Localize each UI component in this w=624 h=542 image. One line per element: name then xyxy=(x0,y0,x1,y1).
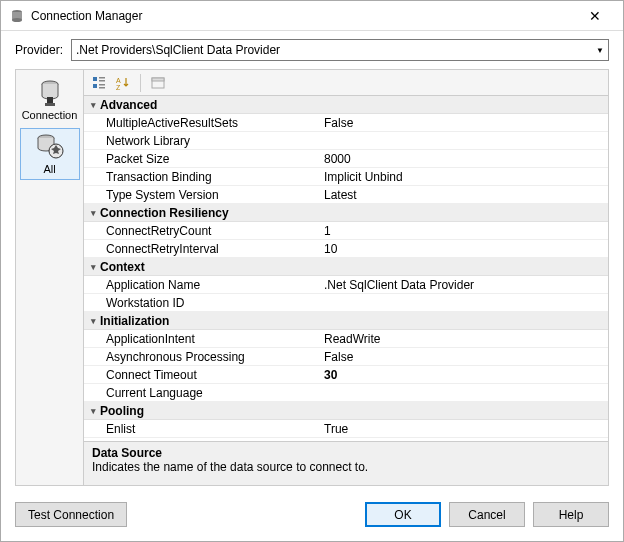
property-row[interactable]: Packet Size8000 xyxy=(84,150,608,168)
property-grid-area: A Z ▾AdvancedMultipleActiveResultSetsFal… xyxy=(84,70,608,485)
svg-rect-13 xyxy=(99,87,105,89)
footer: Test Connection OK Cancel Help xyxy=(1,494,623,541)
property-value[interactable]: False xyxy=(320,116,608,130)
property-value[interactable]: ReadWrite xyxy=(320,332,608,346)
category-name: Pooling xyxy=(100,404,144,418)
category-name: Initialization xyxy=(100,314,169,328)
property-row[interactable]: Transaction BindingImplicit Unbind xyxy=(84,168,608,186)
category-row[interactable]: ▾Advanced xyxy=(84,96,608,114)
close-button[interactable]: ✕ xyxy=(575,8,615,24)
expander-icon[interactable]: ▾ xyxy=(86,262,100,272)
property-value[interactable]: False xyxy=(320,350,608,364)
property-name: ConnectRetryInterval xyxy=(100,242,320,256)
property-value[interactable]: True xyxy=(320,422,608,436)
expander-icon[interactable]: ▾ xyxy=(86,208,100,218)
categorized-button[interactable] xyxy=(88,73,110,93)
property-name: Load Balance Timeout xyxy=(100,440,320,442)
property-name: Transaction Binding xyxy=(100,170,320,184)
help-panel: Data Source Indicates the name of the da… xyxy=(84,441,608,485)
expander-icon[interactable]: ▾ xyxy=(86,406,100,416)
category-name: Context xyxy=(100,260,145,274)
property-name: Enlist xyxy=(100,422,320,436)
property-name: Current Language xyxy=(100,386,320,400)
cancel-button[interactable]: Cancel xyxy=(449,502,525,527)
ok-button[interactable]: OK xyxy=(365,502,441,527)
provider-row: Provider: .Net Providers\SqlClient Data … xyxy=(1,31,623,69)
svg-point-2 xyxy=(12,18,22,22)
property-row[interactable]: Type System VersionLatest xyxy=(84,186,608,204)
provider-dropdown[interactable]: .Net Providers\SqlClient Data Provider ▼ xyxy=(71,39,609,61)
property-name: Packet Size xyxy=(100,152,320,166)
category-row[interactable]: ▾Initialization xyxy=(84,312,608,330)
svg-rect-5 xyxy=(45,103,55,106)
property-row[interactable]: Application Name.Net SqlClient Data Prov… xyxy=(84,276,608,294)
svg-rect-10 xyxy=(99,80,105,82)
property-row[interactable]: ApplicationIntentReadWrite xyxy=(84,330,608,348)
property-row[interactable]: Connect Timeout30 xyxy=(84,366,608,384)
expander-icon[interactable]: ▾ xyxy=(86,100,100,110)
app-icon xyxy=(9,8,25,24)
provider-label: Provider: xyxy=(15,43,63,57)
property-value[interactable]: 1 xyxy=(320,224,608,238)
connection-manager-window: Connection Manager ✕ Provider: .Net Prov… xyxy=(0,0,624,542)
help-button[interactable]: Help xyxy=(533,502,609,527)
svg-text:Z: Z xyxy=(116,84,121,90)
category-name: Connection Resiliency xyxy=(100,206,229,220)
property-name: MultipleActiveResultSets xyxy=(100,116,320,130)
property-name: Workstation ID xyxy=(100,296,320,310)
sidebar-item-all[interactable]: All xyxy=(20,128,80,180)
svg-rect-17 xyxy=(152,78,164,81)
property-grid[interactable]: ▾AdvancedMultipleActiveResultSetsFalseNe… xyxy=(84,96,608,441)
help-description: Indicates the name of the data source to… xyxy=(92,460,600,474)
property-name: Network Library xyxy=(100,134,320,148)
property-row[interactable]: Load Balance Timeout0 xyxy=(84,438,608,441)
dialog-body: Connection All xyxy=(15,69,609,486)
property-name: ConnectRetryCount xyxy=(100,224,320,238)
category-row[interactable]: ▾Connection Resiliency xyxy=(84,204,608,222)
property-name: Application Name xyxy=(100,278,320,292)
property-pages-button[interactable] xyxy=(147,73,169,93)
svg-rect-4 xyxy=(47,97,53,103)
category-name: Advanced xyxy=(100,98,157,112)
property-value[interactable]: .Net SqlClient Data Provider xyxy=(320,278,608,292)
property-name: Type System Version xyxy=(100,188,320,202)
test-connection-button[interactable]: Test Connection xyxy=(15,502,127,527)
property-name: ApplicationIntent xyxy=(100,332,320,346)
property-name: Asynchronous Processing xyxy=(100,350,320,364)
property-value[interactable]: 10 xyxy=(320,242,608,256)
property-row[interactable]: Network Library xyxy=(84,132,608,150)
svg-rect-12 xyxy=(99,84,105,86)
svg-text:A: A xyxy=(116,77,121,84)
svg-rect-11 xyxy=(93,84,97,88)
property-value[interactable]: Implicit Unbind xyxy=(320,170,608,184)
property-row[interactable]: Asynchronous ProcessingFalse xyxy=(84,348,608,366)
expander-icon[interactable]: ▾ xyxy=(86,316,100,326)
property-name: Connect Timeout xyxy=(100,368,320,382)
window-title: Connection Manager xyxy=(31,9,575,23)
property-value[interactable]: 0 xyxy=(320,440,608,442)
toolbar-separator xyxy=(140,74,141,92)
property-value[interactable]: 30 xyxy=(320,368,608,382)
sidebar: Connection All xyxy=(16,70,84,485)
property-row[interactable]: Workstation ID xyxy=(84,294,608,312)
category-row[interactable]: ▾Pooling xyxy=(84,402,608,420)
chevron-down-icon: ▼ xyxy=(596,46,604,55)
titlebar: Connection Manager ✕ xyxy=(1,1,623,31)
provider-value: .Net Providers\SqlClient Data Provider xyxy=(76,43,280,57)
property-row[interactable]: EnlistTrue xyxy=(84,420,608,438)
property-row[interactable]: ConnectRetryInterval10 xyxy=(84,240,608,258)
sidebar-item-connection[interactable]: Connection xyxy=(20,74,80,126)
help-title: Data Source xyxy=(92,446,600,460)
property-row[interactable]: Current Language xyxy=(84,384,608,402)
svg-rect-9 xyxy=(99,77,105,79)
sidebar-item-label: Connection xyxy=(21,109,79,121)
svg-rect-8 xyxy=(93,77,97,81)
sidebar-item-label: All xyxy=(21,163,79,175)
property-value[interactable]: Latest xyxy=(320,188,608,202)
alphabetical-button[interactable]: A Z xyxy=(112,73,134,93)
category-row[interactable]: ▾Context xyxy=(84,258,608,276)
grid-toolbar: A Z xyxy=(84,70,608,96)
property-row[interactable]: ConnectRetryCount1 xyxy=(84,222,608,240)
property-value[interactable]: 8000 xyxy=(320,152,608,166)
property-row[interactable]: MultipleActiveResultSetsFalse xyxy=(84,114,608,132)
